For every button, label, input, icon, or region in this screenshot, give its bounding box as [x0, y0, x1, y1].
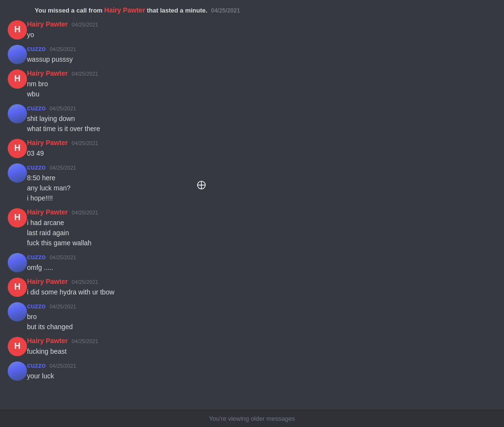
message-timestamp: 04/25/2021 [72, 140, 98, 146]
message-text: fuck this game wallah [27, 238, 496, 248]
system-message: You missed a call from Hairy Pawter that… [0, 4, 504, 17]
message-content: cuzzo 04/25/2021 shit laying down what t… [27, 104, 496, 134]
avatar: H [8, 278, 27, 297]
message-text: yo [27, 30, 496, 40]
message-header: Hairy Pawter 04/25/2021 [27, 69, 496, 77]
message-text: wbu [27, 89, 496, 99]
message-group: H Hairy Pawter 04/25/2021 i had arcane l… [0, 206, 504, 250]
bottom-bar-text: You're viewing older messages [209, 415, 295, 422]
avatar-inner [8, 302, 27, 321]
message-timestamp: 04/25/2021 [72, 210, 98, 215]
message-header: Hairy Pawter 04/25/2021 [27, 337, 496, 345]
avatar-inner [8, 104, 27, 123]
message-header: Hairy Pawter 04/25/2021 [27, 139, 496, 147]
username: cuzzo [27, 302, 46, 310]
avatar [8, 163, 27, 183]
message-header: cuzzo 04/25/2021 [27, 104, 496, 112]
avatar-inner [8, 45, 27, 64]
message-header: Hairy Pawter 04/25/2021 [27, 278, 496, 285]
avatar [8, 253, 27, 272]
message-text: i hope!!!! [27, 193, 496, 203]
system-caller-name: Hairy Pawter [104, 6, 145, 14]
message-group: H Hairy Pawter 04/25/2021 yo [0, 18, 504, 42]
message-timestamp: 04/25/2021 [50, 254, 76, 260]
avatar [8, 45, 27, 64]
message-content: cuzzo 04/25/2021 your luck [27, 361, 496, 381]
avatar: H [8, 208, 27, 227]
message-group: cuzzo 04/25/2021 wassup pusssy [0, 43, 504, 67]
avatar: H [8, 20, 27, 40]
system-timestamp: 04/25/2021 [211, 7, 240, 14]
avatar-inner [8, 361, 27, 381]
avatar: H [8, 337, 27, 356]
username: Hairy Pawter [27, 278, 68, 285]
chat-container: You missed a call from Hairy Pawter that… [0, 0, 504, 388]
username: Hairy Pawter [27, 20, 68, 28]
message-group: cuzzo 04/25/2021 your luck [0, 360, 504, 383]
username: cuzzo [27, 104, 46, 112]
message-text: omfg ..... [27, 263, 496, 273]
bottom-bar: You're viewing older messages [0, 410, 504, 427]
message-timestamp: 04/25/2021 [72, 71, 98, 77]
username: cuzzo [27, 361, 46, 369]
message-group: cuzzo 04/25/2021 bro but its changed [0, 300, 504, 334]
message-group: H Hairy Pawter 04/25/2021 nm bro wbu [0, 67, 504, 101]
message-text: wassup pusssy [27, 54, 496, 65]
message-group: H Hairy Pawter 04/25/2021 i did some hyd… [0, 276, 504, 299]
avatar [8, 104, 27, 123]
avatar: H [8, 69, 27, 89]
message-header: cuzzo 04/25/2021 [27, 45, 496, 53]
message-header: cuzzo 04/25/2021 [27, 163, 496, 171]
message-group: cuzzo 04/25/2021 shit laying down what t… [0, 102, 504, 136]
message-header: cuzzo 04/25/2021 [27, 361, 496, 369]
message-content: Hairy Pawter 04/25/2021 i had arcane las… [27, 208, 496, 248]
avatar [8, 361, 27, 381]
message-text: fucking beast [27, 347, 496, 357]
message-header: Hairy Pawter 04/25/2021 [27, 20, 496, 28]
message-text: what time is it over there [27, 124, 496, 134]
message-timestamp: 04/25/2021 [72, 279, 98, 285]
avatar-inner [8, 163, 27, 183]
message-content: Hairy Pawter 04/25/2021 i did some hydra… [27, 278, 496, 297]
message-text: nm bro [27, 79, 496, 89]
message-content: Hairy Pawter 04/25/2021 yo [27, 20, 496, 40]
message-timestamp: 04/25/2021 [50, 106, 76, 111]
message-text: shit laying down [27, 114, 496, 124]
username: Hairy Pawter [27, 337, 68, 345]
message-group: H Hairy Pawter 04/25/2021 fucking beast [0, 335, 504, 359]
avatar: H [8, 139, 27, 158]
message-content: cuzzo 04/25/2021 8:50 here any luck man?… [27, 163, 496, 203]
username: Hairy Pawter [27, 69, 68, 77]
message-text: i had arcane [27, 218, 496, 228]
message-text: last raid again [27, 228, 496, 238]
message-timestamp: 04/25/2021 [72, 338, 98, 344]
message-group: cuzzo 04/25/2021 8:50 here any luck man?… [0, 161, 504, 205]
message-header: cuzzo 04/25/2021 [27, 302, 496, 310]
message-text: 03 49 [27, 148, 496, 159]
message-text: bro [27, 312, 496, 322]
username: Hairy Pawter [27, 139, 68, 147]
message-content: Hairy Pawter 04/25/2021 nm bro wbu [27, 69, 496, 99]
message-text: 8:50 here [27, 173, 496, 183]
message-content: cuzzo 04/25/2021 wassup pusssy [27, 45, 496, 65]
message-text: i did some hydra with ur tbow [27, 287, 496, 297]
message-content: Hairy Pawter 04/25/2021 fucking beast [27, 337, 496, 357]
system-text-suffix: that lasted a minute. [145, 7, 209, 14]
message-timestamp: 04/25/2021 [50, 363, 76, 369]
message-group: H Hairy Pawter 04/25/2021 03 49 [0, 137, 504, 160]
message-content: cuzzo 04/25/2021 bro but its changed [27, 302, 496, 332]
message-header: Hairy Pawter 04/25/2021 [27, 208, 496, 216]
avatar [8, 302, 27, 321]
username: cuzzo [27, 163, 46, 171]
system-text-prefix: You missed a call from [35, 7, 104, 14]
message-header: cuzzo 04/25/2021 [27, 253, 496, 261]
username: cuzzo [27, 45, 46, 53]
username: cuzzo [27, 253, 46, 261]
message-timestamp: 04/25/2021 [72, 22, 98, 27]
message-timestamp: 04/25/2021 [50, 304, 76, 309]
message-text: your luck [27, 371, 496, 381]
username: Hairy Pawter [27, 208, 68, 216]
avatar-inner [8, 253, 27, 272]
message-text: but its changed [27, 322, 496, 332]
message-content: cuzzo 04/25/2021 omfg ..... [27, 253, 496, 273]
